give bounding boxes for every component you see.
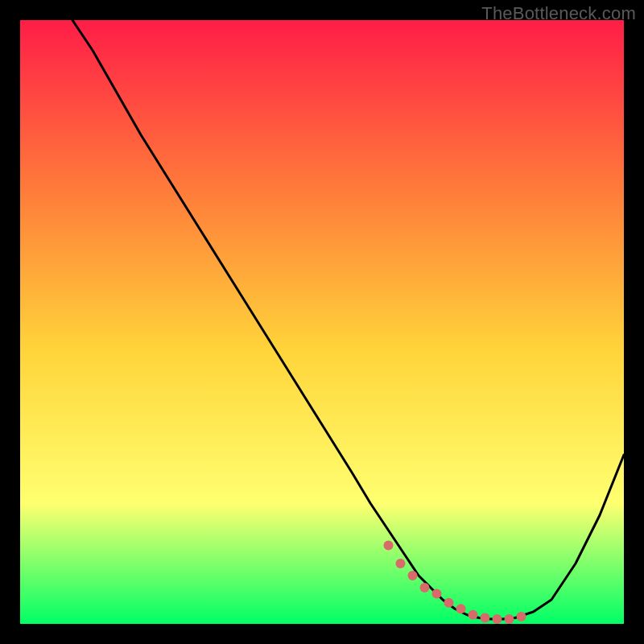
- marker-point: [444, 598, 454, 608]
- marker-point: [505, 614, 514, 624]
- marker-point: [456, 604, 466, 613]
- marker-point: [384, 541, 394, 551]
- marker-point: [469, 610, 478, 620]
- marker-point: [517, 612, 526, 621]
- watermark-text: TheBottleneck.com: [481, 3, 636, 24]
- chart-container: TheBottleneck.com: [0, 0, 644, 644]
- chart-svg: [20, 20, 624, 624]
- gradient-background: [20, 20, 624, 624]
- plot-area: [20, 20, 624, 624]
- marker-point: [481, 613, 490, 623]
- marker-point: [493, 614, 502, 624]
- marker-point: [396, 559, 406, 568]
- marker-point: [432, 589, 442, 599]
- marker-point: [420, 583, 430, 592]
- marker-point: [408, 571, 418, 580]
